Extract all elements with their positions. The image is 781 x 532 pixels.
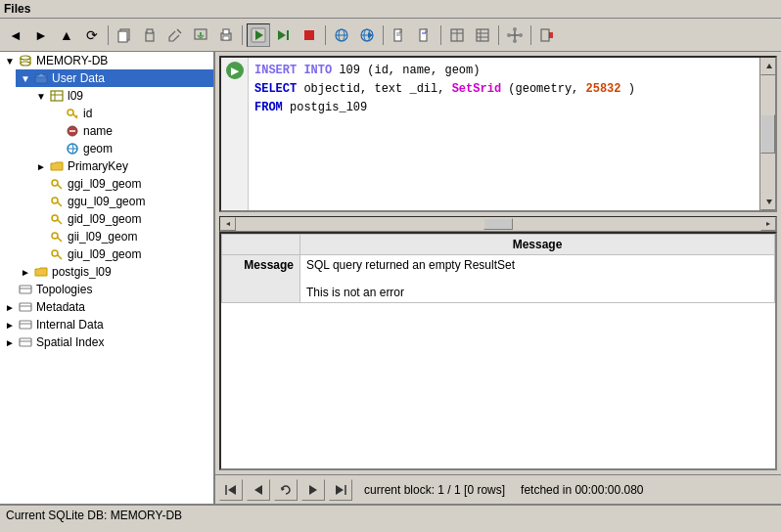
world-button[interactable]	[330, 23, 353, 47]
svg-rect-14	[304, 30, 314, 40]
primarykey-node[interactable]: ► PrimaryKey	[31, 157, 213, 175]
svg-marker-80	[226, 222, 230, 226]
nav-last-button[interactable]	[329, 479, 352, 501]
nav-next-button[interactable]	[301, 479, 325, 501]
sql-line-3: FROM postgis_l09	[254, 99, 754, 117]
scroll-down-btn[interactable]	[760, 193, 777, 210]
svg-marker-78	[766, 64, 772, 68]
exit-button[interactable]	[535, 23, 559, 47]
connect-button[interactable]	[355, 23, 379, 47]
run-button[interactable]	[247, 23, 270, 47]
root-children: ▼ User Data ▼ l09	[0, 69, 213, 281]
geom-node[interactable]: geom	[47, 140, 213, 157]
id-node[interactable]: id	[47, 105, 213, 122]
id-label: id	[83, 107, 92, 120]
sql-editor[interactable]: ▶ INSERT INTO l09 (id, name, geom) SELEC…	[219, 56, 777, 212]
svg-rect-40	[541, 29, 549, 41]
sql-line-1: INSERT INTO l09 (id, name, geom)	[254, 62, 754, 80]
paste-button[interactable]	[138, 23, 161, 47]
editor-scrollbar[interactable]	[759, 58, 775, 210]
file1-button[interactable]	[388, 23, 411, 47]
refresh-button[interactable]: ⟳	[80, 23, 104, 47]
svg-marker-88	[336, 485, 344, 495]
ggu-node[interactable]: ggu_l09_geom	[31, 193, 213, 210]
root-label: MEMORY-DB	[36, 54, 108, 67]
edit-button[interactable]	[163, 23, 187, 47]
name-label: name	[83, 124, 113, 138]
ggi-node[interactable]: ggi_l09_geom	[31, 175, 213, 193]
network-button[interactable]	[503, 23, 527, 47]
execute-button[interactable]	[272, 23, 296, 47]
name-node[interactable]: name	[47, 122, 213, 140]
hscroll-right-btn[interactable]	[760, 217, 776, 231]
hscroll-left-btn[interactable]	[220, 217, 236, 231]
metadata-icon	[18, 299, 33, 315]
separator-7	[530, 25, 531, 45]
gii-node[interactable]: gii_l09_geom	[31, 228, 213, 245]
svg-point-36	[513, 27, 517, 31]
import-button[interactable]	[189, 23, 212, 47]
internal-toggle[interactable]: ►	[2, 320, 18, 331]
gid-label: gid_l09_geom	[68, 212, 141, 226]
stop-button[interactable]	[298, 23, 321, 47]
user-data-node[interactable]: ▼ User Data	[16, 69, 213, 87]
svg-rect-8	[223, 29, 229, 34]
gid-node[interactable]: gid_l09_geom	[31, 210, 213, 228]
l09-children: id name	[31, 105, 213, 157]
svg-line-63	[58, 202, 63, 207]
result-row-1: Message SQL query returned an empty Resu…	[222, 255, 775, 303]
nav-prev-button[interactable]	[247, 479, 270, 501]
nav-status-text: current block: 1 / 1 [0 rows]	[364, 483, 505, 497]
svg-marker-81	[766, 222, 770, 226]
separator-6	[498, 25, 499, 45]
l09-label: l09	[68, 89, 83, 103]
database-icon	[18, 53, 33, 68]
separator-3	[325, 25, 326, 45]
topologies-node[interactable]: Topologies	[0, 281, 213, 298]
svg-line-69	[58, 255, 63, 260]
up-button[interactable]: ▲	[55, 23, 78, 47]
editor-hscrollbar[interactable]	[219, 216, 777, 232]
svg-point-37	[513, 39, 517, 43]
ggi-key-icon	[49, 176, 65, 192]
tree-root[interactable]: ▼ MEMORY-DB	[0, 52, 213, 69]
metadata-toggle[interactable]: ►	[2, 302, 18, 313]
spatial-index-label: Spatial Index	[36, 335, 104, 349]
svg-marker-86	[309, 485, 317, 495]
spatial-index-node[interactable]: ► Spatial Index	[0, 333, 213, 351]
scroll-thumb[interactable]	[760, 114, 775, 154]
giu-key-icon	[49, 246, 65, 262]
geo-icon	[65, 141, 80, 156]
print-button[interactable]	[214, 23, 238, 47]
table1-button[interactable]	[445, 23, 469, 47]
title-bar: Files	[0, 0, 781, 19]
back-button[interactable]: ◄	[4, 23, 27, 47]
nav-refresh-button[interactable]	[274, 479, 298, 501]
topo-spacer	[2, 285, 18, 295]
postgis-toggle[interactable]: ►	[18, 267, 33, 278]
copy-button[interactable]	[113, 23, 136, 47]
primarykey-toggle[interactable]: ►	[33, 161, 49, 172]
user-data-toggle[interactable]: ▼	[18, 73, 33, 84]
nav-first-button[interactable]	[219, 479, 243, 501]
user-data-icon	[33, 70, 49, 86]
file2-button[interactable]	[413, 23, 436, 47]
geom-label: geom	[83, 142, 113, 155]
scroll-track-bottom	[760, 154, 775, 193]
scroll-up-btn[interactable]	[760, 58, 777, 75]
table2-button[interactable]	[471, 23, 494, 47]
row-cell-message: SQL query returned an empty ResultSet Th…	[300, 255, 775, 303]
metadata-node[interactable]: ► Metadata	[0, 298, 213, 316]
folder-icon	[49, 158, 65, 174]
spatial-toggle[interactable]: ►	[2, 337, 18, 348]
l09-toggle[interactable]: ▼	[33, 91, 49, 102]
forward-button[interactable]: ►	[29, 23, 53, 47]
root-toggle[interactable]: ▼	[2, 56, 18, 66]
postgis-node[interactable]: ► postgis_l09	[16, 263, 213, 281]
internal-data-node[interactable]: ► Internal Data	[0, 316, 213, 333]
l09-node[interactable]: ▼ l09	[31, 87, 213, 105]
giu-node[interactable]: giu_l09_geom	[31, 245, 213, 263]
right-panel: ▶ INSERT INTO l09 (id, name, geom) SELEC…	[215, 52, 781, 504]
row-header-message: Message	[222, 255, 300, 303]
hscroll-thumb[interactable]	[483, 218, 513, 230]
